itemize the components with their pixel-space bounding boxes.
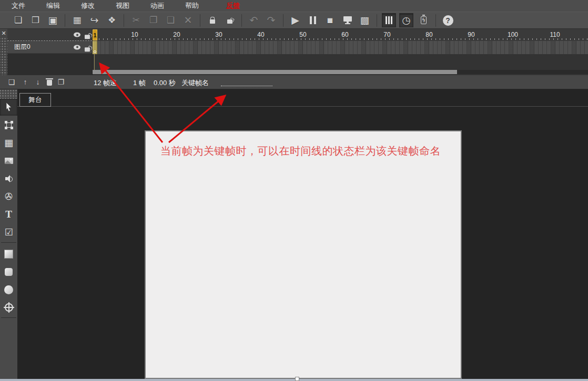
- menubar: 文件 编辑 修改 视图 动画 帮助 反馈: [0, 0, 588, 12]
- help-button[interactable]: ?: [441, 13, 455, 27]
- checkbox-tool[interactable]: ☑: [0, 224, 17, 241]
- layer-panel: 图层0: [7, 29, 92, 75]
- audio-tool[interactable]: [0, 170, 17, 187]
- movie-tool[interactable]: ✇: [0, 188, 17, 205]
- transform-frame-icon: [5, 121, 13, 129]
- cross-icon: ✕: [184, 15, 192, 25]
- layer-name: 图层0: [14, 43, 31, 52]
- fps-value: 12 帧速: [94, 78, 117, 88]
- menu-edit[interactable]: 编辑: [46, 1, 60, 11]
- delete-layer-button[interactable]: [44, 77, 55, 87]
- pause-button[interactable]: [306, 13, 320, 27]
- monitor-icon: [343, 16, 352, 22]
- open-folder-icon: ❒: [32, 16, 39, 25]
- circle-tool[interactable]: [0, 281, 17, 298]
- circle-icon: [4, 285, 13, 294]
- current-time-value: 0.00 秒: [154, 78, 176, 88]
- menu-help[interactable]: 帮助: [185, 1, 199, 11]
- select-tool[interactable]: [0, 99, 17, 116]
- columns-panel-button[interactable]: [382, 13, 396, 27]
- duplicate-layer-button[interactable]: ❐: [56, 77, 66, 87]
- tool-panel-divider: [1, 242, 16, 243]
- play-button[interactable]: ▶: [288, 13, 302, 27]
- redo-button[interactable]: ↷: [264, 13, 278, 27]
- battery-icon: ϟ: [421, 16, 427, 24]
- layer-frame-track[interactable]: [93, 41, 588, 54]
- menu-animation[interactable]: 动画: [150, 1, 164, 11]
- layer-lock-icon[interactable]: [85, 47, 90, 52]
- annotation-text: 当前帧为关键帧时，可以在时间线的状态栏为该关键帧命名: [160, 144, 441, 158]
- target-icon: [5, 303, 13, 312]
- save-button[interactable]: ▣: [46, 13, 60, 27]
- ruler-number: 80: [422, 31, 436, 38]
- menu-file[interactable]: 文件: [12, 1, 25, 11]
- copy-icon: ❐: [149, 16, 157, 25]
- new-layer-button[interactable]: ❏: [6, 77, 17, 87]
- grid-button[interactable]: ▦: [70, 13, 84, 27]
- frame-ruler[interactable]: 1 10 20 30 40 50 60 70 80 90 100 110: [93, 29, 588, 41]
- export-button[interactable]: ↪: [87, 13, 102, 27]
- ruler-number: 10: [128, 31, 141, 38]
- tool-panel: ▦ ✇ T ☑: [0, 89, 17, 379]
- lock-button[interactable]: [205, 13, 219, 27]
- blocks-tool[interactable]: ▦: [0, 135, 17, 151]
- preview-button[interactable]: [340, 13, 354, 27]
- new-file-icon: ❏: [14, 16, 22, 25]
- toolbar-separator: [377, 14, 377, 27]
- toggle-all-visibility-eye-icon[interactable]: [74, 33, 80, 37]
- undo-arrow-icon: ↶: [250, 15, 258, 25]
- redo-arrow-icon: ↷: [267, 15, 276, 25]
- target-tool[interactable]: [0, 299, 17, 316]
- qr-scan-button[interactable]: ▩: [358, 13, 372, 27]
- tab-stage[interactable]: 舞台: [19, 93, 51, 107]
- keyframe-dot-icon: [94, 50, 96, 53]
- scrollbar-thumb[interactable]: [93, 70, 457, 74]
- rectangle-tool[interactable]: [0, 245, 17, 262]
- toggle-all-lock-icon[interactable]: [85, 35, 90, 39]
- layer-row[interactable]: 图层0: [7, 41, 92, 54]
- unlock-button[interactable]: [222, 13, 237, 27]
- bottom-resize-bar[interactable]: [0, 379, 588, 381]
- open-button[interactable]: ❒: [28, 13, 43, 27]
- menu-feedback-link[interactable]: 反馈: [226, 1, 240, 11]
- new-file-button[interactable]: ❏: [11, 13, 25, 27]
- timeline-horizontal-scrollbar[interactable]: [93, 70, 588, 74]
- shapes-button[interactable]: ❖: [105, 13, 119, 27]
- timeline-close-button[interactable]: ✕: [0, 29, 7, 37]
- toolbar-separator: [283, 14, 283, 27]
- shapes-icon: ❖: [108, 16, 116, 25]
- ruler-number: 50: [296, 31, 310, 38]
- layer-visibility-eye-icon[interactable]: [74, 45, 80, 49]
- paste-button[interactable]: ❑: [164, 13, 178, 27]
- move-layer-up-button[interactable]: ↑: [20, 77, 31, 87]
- arrow-down-icon: ↓: [36, 78, 40, 86]
- cut-button[interactable]: ✂: [129, 13, 143, 27]
- keyframe-name-input[interactable]: [221, 79, 272, 86]
- timeline-panel-button[interactable]: ◷: [399, 13, 413, 27]
- play-icon: ▶: [291, 15, 299, 25]
- undo-button[interactable]: ↶: [247, 13, 261, 27]
- stage-resize-handle[interactable]: [295, 377, 299, 381]
- timeline-frames-area: 1 10 20 30 40 50 60 70 80 90 100 110: [92, 29, 588, 75]
- tool-panel-grip[interactable]: [0, 89, 17, 99]
- grid-icon: ▦: [73, 16, 81, 25]
- scissors-icon: ✂: [132, 16, 139, 25]
- keyframe-cell[interactable]: [93, 41, 97, 54]
- delete-button[interactable]: ✕: [181, 13, 195, 27]
- battery-button[interactable]: ϟ: [417, 13, 431, 27]
- image-tool[interactable]: [0, 152, 17, 169]
- transform-tool[interactable]: [0, 117, 17, 133]
- film-reel-icon: ✇: [5, 191, 13, 202]
- move-layer-down-button[interactable]: ↓: [33, 77, 43, 87]
- stop-button[interactable]: ■: [323, 13, 337, 27]
- text-tool[interactable]: T: [0, 206, 17, 223]
- menu-view[interactable]: 视图: [116, 1, 129, 11]
- stage-canvas[interactable]: 当前帧为关键帧时，可以在时间线的状态栏为该关键帧命名: [145, 130, 462, 379]
- ruler-number: 20: [170, 31, 184, 38]
- copy-button[interactable]: ❐: [146, 13, 160, 27]
- arrow-up-icon: ↑: [24, 78, 27, 86]
- playhead-marker[interactable]: 1: [93, 29, 97, 40]
- rounded-rectangle-tool[interactable]: [0, 263, 17, 280]
- rounded-square-icon: [5, 268, 13, 276]
- menu-modify[interactable]: 修改: [81, 1, 95, 11]
